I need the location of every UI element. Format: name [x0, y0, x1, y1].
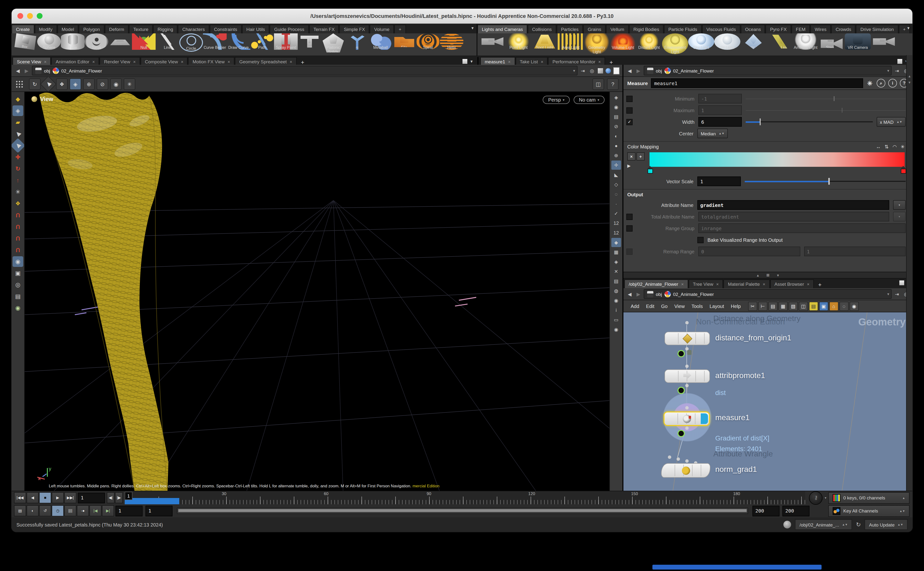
- zoom-window-button[interactable]: [37, 13, 43, 19]
- viewport-options-icon[interactable]: ✳: [124, 78, 135, 90]
- node-name-label[interactable]: distance_from_origin1: [715, 333, 792, 342]
- total-attribute-checkbox[interactable]: [626, 213, 633, 220]
- ramp-key-start[interactable]: [648, 166, 652, 173]
- play-forward-button[interactable]: ▶: [52, 492, 64, 503]
- node-name-label[interactable]: measure1: [715, 414, 750, 422]
- prev-frame-button[interactable]: ◀|: [107, 492, 114, 503]
- prim-numbers-icon[interactable]: 12: [611, 228, 621, 238]
- takes-notebook-icon[interactable]: ▤: [12, 291, 23, 302]
- path-dropdown-icon[interactable]: ▾: [573, 68, 575, 73]
- add-pane-tab-button[interactable]: +: [814, 281, 825, 288]
- tab-close-icon[interactable]: ×: [598, 59, 601, 64]
- shelf-tool-null[interactable]: Null: [132, 33, 156, 50]
- total-attribute-field[interactable]: totalgradient: [698, 212, 889, 221]
- shelf-tool-draw-curve[interactable]: Draw Curve: [226, 33, 250, 50]
- shelf-tool-sphere[interactable]: Sphere: [37, 33, 61, 50]
- width-enable-checkbox[interactable]: ✓: [626, 119, 633, 125]
- update-mode-menu[interactable]: Auto Update ▲▼: [865, 519, 907, 530]
- pane-tab[interactable]: Geometry Spreadsheet ×: [235, 57, 296, 66]
- jump-to-start-button[interactable]: |◀◀: [14, 492, 26, 503]
- camera-tools-icon[interactable]: ◈: [69, 78, 81, 90]
- vector-scale-field[interactable]: 1: [698, 176, 741, 186]
- node-attribpromote[interactable]: [664, 369, 710, 383]
- key-button[interactable]: ⚷: [809, 491, 823, 505]
- ramp-interp-icon[interactable]: ◠: [893, 144, 897, 149]
- shelf-tab[interactable]: Viscous Fluids: [702, 25, 740, 33]
- context-help-icon[interactable]: [784, 521, 792, 528]
- bake-checkbox[interactable]: [698, 237, 704, 243]
- zoom-lens-icon[interactable]: ◎: [12, 279, 23, 290]
- network-search-icon[interactable]: ◌: [839, 301, 849, 311]
- backface-icon[interactable]: ◍: [611, 286, 621, 295]
- playback-range-slider[interactable]: [177, 508, 748, 514]
- prev-key-button[interactable]: |◀: [89, 505, 102, 516]
- realtime-toggle-icon[interactable]: ◷: [52, 505, 64, 516]
- pane-tab[interactable]: Performance Monitor ×: [548, 57, 605, 66]
- tab-close-icon[interactable]: ×: [807, 282, 810, 287]
- minimize-window-button[interactable]: [27, 13, 33, 19]
- ramp-gear-icon[interactable]: ✳: [901, 144, 905, 149]
- ghost-objects-icon[interactable]: ◐: [611, 131, 621, 141]
- node-name-label[interactable]: attribpromote1: [715, 371, 765, 380]
- shaded-mode-icon[interactable]: ◆: [611, 238, 621, 247]
- ramp-add-point-button[interactable]: +: [636, 152, 645, 160]
- network-visibility-icon[interactable]: ◉: [850, 301, 859, 311]
- shelf-tool-circle[interactable]: Circle: [179, 33, 203, 52]
- shelf-tool-portal-light[interactable]: Portal Light: [767, 33, 793, 50]
- pane-maximize-icon[interactable]: [898, 59, 902, 64]
- scale-tool-icon[interactable]: ↑: [12, 175, 23, 186]
- range-group-checkbox[interactable]: [626, 225, 633, 231]
- menu-item[interactable]: Edit: [643, 303, 658, 309]
- shelf-tab[interactable]: Characters: [178, 25, 209, 33]
- nav-forward-icon[interactable]: ▶: [23, 68, 30, 73]
- shelf-tab[interactable]: Pyro FX: [766, 25, 791, 33]
- pane-tab[interactable]: Tree View ×: [688, 279, 723, 288]
- shelf-tab[interactable]: +: [394, 25, 406, 33]
- shelf-tab[interactable]: Simple FX: [339, 25, 370, 33]
- path-field[interactable]: obj 02_Animate_Flower ▾: [32, 66, 578, 76]
- path-node[interactable]: 02_Animate_Flower: [673, 291, 714, 296]
- vertex-marker-icon[interactable]: ✓: [611, 209, 621, 218]
- snap-magnet-icon[interactable]: U: [12, 245, 23, 255]
- sticky-notes-icon[interactable]: ▤: [809, 301, 818, 311]
- shelf-tool-volume-light[interactable]: Volume Light: [610, 33, 636, 50]
- menu-item[interactable]: Layout: [706, 303, 727, 309]
- network-tools-icon[interactable]: ✂: [748, 301, 757, 311]
- projection-menu[interactable]: Persp▾: [543, 96, 570, 104]
- shelf-tab[interactable]: Lights and Cameras: [477, 25, 527, 33]
- shelf-tab[interactable]: Terrain FX: [309, 25, 339, 33]
- shelf-tool-line[interactable]: Line: [156, 33, 179, 50]
- pane-tab[interactable]: Composite View ×: [140, 57, 188, 66]
- pane-maximize-icon[interactable]: [899, 281, 904, 285]
- key-all-channels-menu[interactable]: Key All Channels ▲▼: [828, 505, 910, 517]
- shelf-tab[interactable]: Guide Process: [270, 25, 309, 33]
- display-prim-hulls-icon[interactable]: ◇: [611, 180, 621, 189]
- playback-behavior-icon[interactable]: ↺: [39, 505, 51, 516]
- pane-tab[interactable]: /obj/02_Animate_Flower ×: [624, 279, 688, 288]
- texture-mode-icon[interactable]: ▦: [611, 247, 621, 257]
- pane-tab[interactable]: Animation Editor ×: [51, 57, 99, 66]
- display-profiles-icon[interactable]: ◌: [611, 190, 621, 199]
- attribute-name-field[interactable]: gradient: [698, 200, 889, 210]
- select-and-move-icon[interactable]: ❖: [56, 78, 68, 90]
- wireframe-mode-icon[interactable]: ✕: [611, 267, 621, 276]
- select-tool-icon[interactable]: ▶: [40, 76, 57, 93]
- pane-tab[interactable]: Render View ×: [100, 57, 140, 66]
- nav-back-icon[interactable]: ◀: [626, 68, 633, 73]
- color-ramp[interactable]: [648, 152, 906, 174]
- shelf-tool-caustic-light[interactable]: Caustic Light: [740, 33, 767, 50]
- range-end-field[interactable]: 200: [752, 506, 779, 516]
- nav-forward-icon[interactable]: ▶: [635, 291, 642, 296]
- geometry-cube-icon[interactable]: [598, 68, 603, 73]
- ramp-expand-icon[interactable]: ▶: [627, 164, 645, 168]
- shelf-tab[interactable]: Polygon: [79, 25, 105, 33]
- pane-split-icon[interactable]: ◫: [799, 301, 808, 311]
- shelf-tool-area-light[interactable]: Area Light: [558, 33, 584, 50]
- timeline-ruler[interactable]: 306090120150180 1: [125, 491, 805, 504]
- shelf-tool-spot-light[interactable]: Spot Light: [531, 33, 558, 50]
- range-start-field[interactable]: 1: [116, 506, 143, 516]
- node-distance-from-origin[interactable]: [664, 332, 710, 345]
- shelf-tool-font[interactable]: Font: [298, 33, 321, 50]
- no-ghosting-icon[interactable]: ⊘: [97, 78, 108, 90]
- width-unit-menu[interactable]: x MAD▲▼: [876, 117, 906, 127]
